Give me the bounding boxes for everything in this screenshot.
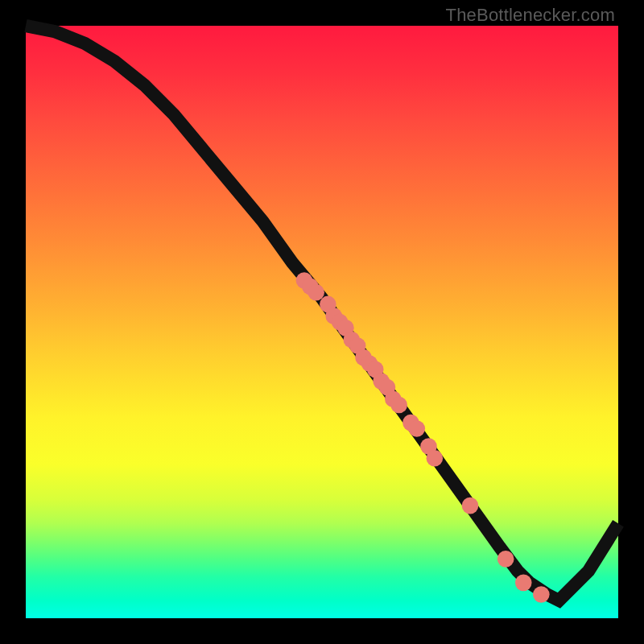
data-marker: [427, 450, 444, 467]
data-marker: [497, 551, 514, 568]
data-marker: [308, 284, 324, 301]
chart-frame: TheBottlenecker.com: [0, 0, 644, 644]
data-marker: [533, 586, 550, 603]
data-marker: [408, 420, 425, 437]
data-marker: [515, 575, 532, 592]
data-marker: [390, 397, 407, 414]
watermark-text: TheBottlenecker.com: [446, 5, 615, 26]
data-marker: [462, 497, 479, 514]
bottleneck-curve-line: [26, 26, 618, 601]
chart-svg: [26, 26, 618, 618]
